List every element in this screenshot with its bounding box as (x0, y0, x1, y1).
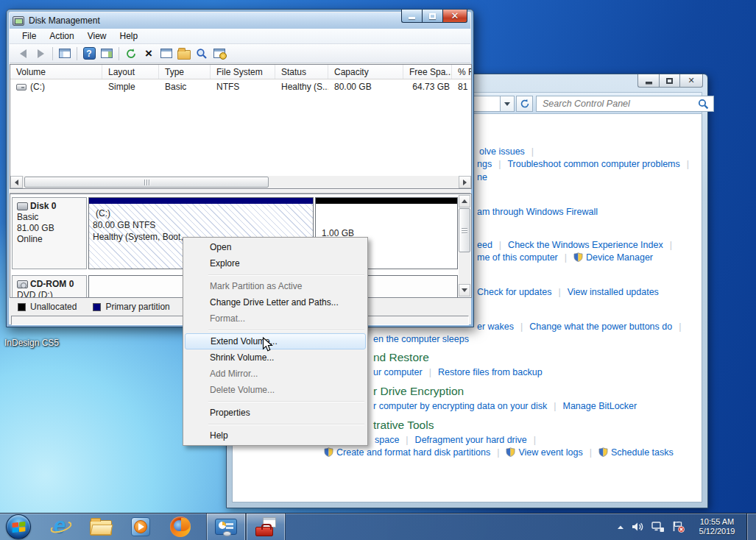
cp-link[interactable]: me of this computer (477, 252, 558, 263)
cdrom-header[interactable]: CD-ROM 0 DVD (D:) (12, 275, 87, 298)
cp-close-button[interactable]: ✕ (679, 74, 703, 88)
column-header-percent-free[interactable]: % F (452, 65, 471, 79)
cp-maximize-button[interactable] (659, 74, 679, 88)
cp-link[interactable]: space (375, 435, 399, 445)
volume-row-c[interactable]: (C:) Simple Basic NTFS Healthy (S... 80.… (10, 79, 471, 94)
taskbar-clock[interactable]: 10:55 AM 5/12/2019 (693, 517, 741, 536)
menu-item-extend-volume[interactable]: Extend Volume... (185, 333, 366, 349)
manage-icon[interactable] (211, 46, 227, 62)
taskbar-internet-explorer[interactable]: e (41, 514, 81, 540)
scrollbar-thumb[interactable] (459, 208, 470, 252)
menu-file[interactable]: File (15, 29, 43, 43)
media-player-icon (131, 517, 150, 536)
search-box[interactable] (536, 96, 714, 112)
column-header-volume[interactable]: Volume (10, 65, 102, 79)
cp-link-view-event-logs[interactable]: View event logs (518, 447, 582, 458)
menu-item-help[interactable]: Help (185, 427, 366, 444)
cp-link-power-buttons[interactable]: Change what the power buttons do (529, 321, 672, 332)
menu-item-explore[interactable]: Explore (185, 255, 366, 271)
scroll-up-button[interactable] (459, 195, 470, 207)
cp-link-schedule-tasks[interactable]: Schedule tasks (611, 447, 674, 458)
cp-link-experience-index[interactable]: Check the Windows Experience Index (508, 240, 663, 250)
find-icon[interactable] (194, 46, 210, 62)
menu-item-open[interactable]: Open (185, 239, 366, 255)
dm-close-button[interactable]: ✕ (442, 10, 467, 23)
cp-link-defragment[interactable]: Defragment your hard drive (415, 435, 527, 445)
taskbar-windows-explorer[interactable] (81, 514, 121, 540)
desktop-icon-label-indesign[interactable]: InDesign CS5 (4, 338, 59, 348)
horizontal-scrollbar[interactable] (10, 176, 471, 188)
cp-heading-backup-restore[interactable]: nd Restore (373, 351, 429, 364)
cp-link[interactable]: olve issues (479, 146, 525, 157)
column-header-status[interactable]: Status (275, 65, 328, 79)
menu-item-change-drive-letter[interactable]: Change Drive Letter and Paths... (185, 294, 366, 310)
cdrom-name: CD-ROM 0 (30, 279, 74, 289)
cp-link[interactable]: r computer by encrypting data on your di… (373, 401, 547, 411)
show-hidden-icons-button[interactable] (617, 525, 624, 530)
menu-action[interactable]: Action (43, 29, 80, 43)
column-header-file-system[interactable]: File System (211, 65, 275, 79)
column-header-type[interactable]: Type (159, 65, 211, 79)
cp-link-firewall[interactable]: am through Windows Firewall (477, 207, 598, 217)
primary-partition-bar (89, 198, 313, 204)
taskbar-control-panel[interactable] (206, 514, 246, 540)
cp-link[interactable]: er wakes (477, 321, 514, 332)
scroll-down-button[interactable] (459, 284, 470, 296)
start-button[interactable] (6, 514, 31, 539)
cdrom-icon (17, 280, 28, 288)
address-dropdown-button[interactable] (501, 96, 515, 112)
search-input[interactable] (537, 99, 698, 109)
scroll-right-button[interactable] (459, 176, 471, 188)
cp-heading-bitlocker[interactable]: r Drive Encryption (373, 385, 464, 398)
taskbar-media-player[interactable] (121, 514, 160, 540)
search-icon (698, 99, 709, 110)
refresh-button[interactable] (516, 96, 533, 112)
column-header-free-space[interactable]: Free Spa... (403, 65, 452, 79)
console-tree-icon[interactable] (57, 46, 73, 62)
column-header-capacity[interactable]: Capacity (328, 65, 403, 79)
back-icon[interactable] (15, 46, 31, 62)
volume-tray-icon[interactable] (632, 522, 644, 532)
cp-link-device-manager[interactable]: Device Manager (586, 252, 653, 263)
legend-label-primary: Primary partition (105, 302, 169, 312)
flag-error-icon (672, 521, 685, 533)
scrollbar-thumb[interactable] (24, 177, 269, 188)
refresh-icon[interactable] (123, 46, 139, 62)
cp-link[interactable]: ne (477, 172, 487, 182)
show-desktop-button[interactable] (746, 514, 756, 540)
open-folder-icon[interactable] (176, 46, 192, 62)
cp-link-troubleshoot[interactable]: Troubleshoot common computer problems (507, 159, 679, 169)
action-pane-icon[interactable] (99, 46, 115, 62)
column-header-layout[interactable]: Layout (102, 65, 159, 79)
link-separator: | (679, 321, 681, 332)
vertical-scrollbar[interactable] (459, 195, 470, 296)
taskbar-disk-management[interactable] (246, 514, 286, 540)
forward-icon[interactable] (32, 46, 49, 62)
menu-help[interactable]: Help (113, 29, 145, 43)
cp-link-restore-files[interactable]: Restore files from backup (438, 367, 543, 377)
cp-link-installed-updates[interactable]: View installed updates (568, 287, 659, 297)
cp-link-check-updates[interactable]: Check for updates (477, 287, 551, 297)
cp-link-manage-bitlocker[interactable]: Manage BitLocker (562, 401, 637, 411)
menu-view[interactable]: View (81, 29, 113, 43)
cp-link-create-format-partitions[interactable]: Create and format hard disk partitions (336, 447, 490, 458)
link-separator: | (497, 447, 499, 458)
dm-maximize-button[interactable] (422, 10, 442, 23)
delete-icon[interactable]: × (141, 46, 157, 62)
cp-link[interactable]: ngs (477, 159, 492, 169)
action-center-tray-icon[interactable] (672, 521, 685, 533)
cp-link[interactable]: eed (477, 240, 492, 250)
help-icon[interactable]: ? (81, 46, 97, 62)
cp-link[interactable]: en the computer sleeps (373, 334, 469, 344)
cp-heading-administrative-tools[interactable]: trative Tools (373, 419, 434, 432)
scroll-left-button[interactable] (10, 176, 23, 188)
menu-item-properties[interactable]: Properties (185, 405, 366, 421)
disk0-header[interactable]: Disk 0 Basic 81.00 GB Online (12, 197, 87, 269)
properties-icon[interactable] (158, 46, 174, 62)
network-tray-icon[interactable] (651, 522, 665, 533)
taskbar-firefox[interactable] (160, 514, 200, 540)
cp-link[interactable]: ur computer (373, 367, 423, 377)
dm-minimize-button[interactable] (401, 10, 422, 23)
cp-minimize-button[interactable] (637, 74, 659, 88)
menu-item-shrink-volume[interactable]: Shrink Volume... (185, 349, 366, 366)
